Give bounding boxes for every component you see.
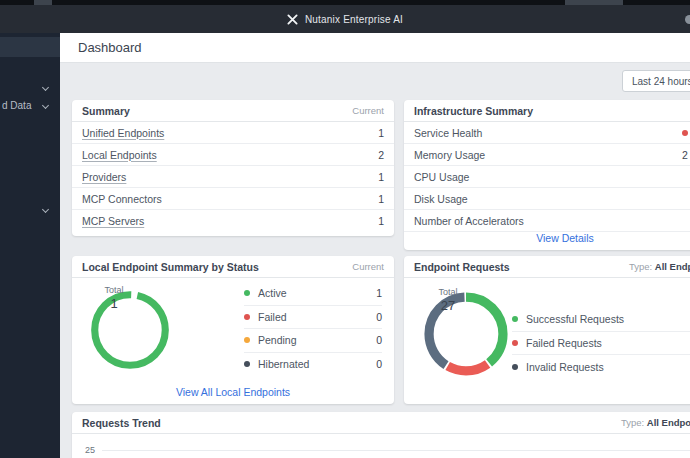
health-status-dot [682,130,688,136]
sidebar: d Data [0,33,60,458]
legend-item-failed-requests: Failed Requests [512,332,690,356]
gridline-25: 25 [80,444,690,456]
link-row: View Details [404,232,690,244]
mcp-servers-link[interactable]: MCP Servers [82,215,144,227]
cpu-usage-label: CPU Usage [414,171,469,183]
legend-dot [512,340,518,346]
status-legend: Active 1 Failed 0 Pending 0 Hibernated 0 [244,282,382,376]
summary-card-header: Summary Current [72,100,394,122]
legend-item-failed: Failed 0 [244,306,382,330]
endpoint-requests-card: Endpoint Requests Type: All Endpoints To… [404,256,690,404]
memory-usage-label: Memory Usage [414,149,485,161]
summary-card: Summary Current Unified Endpoints 1 Loca… [72,100,394,236]
sidebar-item-data[interactable]: d Data [0,96,60,114]
chevron-down-icon [42,83,49,90]
service-health-label: Service Health [414,127,482,139]
table-row: Unified Endpoints 1 [72,122,394,144]
endpoint-status-card: Local Endpoint Summary by Status Current… [72,256,394,404]
providers-link[interactable]: Providers [82,171,126,183]
row-value: 1 [378,193,384,205]
legend-item-pending: Pending 0 [244,329,382,353]
brand-title: Nutanix Enterprise AI [305,14,403,25]
column-header-current: Current [352,105,384,116]
requests-trend-card: Requests Trend Type: All Endpoints 25 20 [72,412,690,458]
table-row: CPU Usage [404,166,690,188]
table-row: Number of Accelerators [404,210,690,232]
sidebar-item-1[interactable] [0,78,60,96]
card-title: Summary [82,105,130,117]
page-title: Dashboard [78,40,142,55]
brand: Nutanix Enterprise AI [287,14,403,25]
card-title: Requests Trend [82,417,161,429]
y-axis-tick: 25 [80,445,95,455]
legend-dot [244,314,250,320]
row-value: 1 [378,171,384,183]
requests-legend: Successful Requests Failed Requests Inva… [512,308,690,379]
table-row: Providers 1 [72,166,394,188]
table-row: Memory Usage 2 [404,144,690,166]
mcp-connectors-label: MCP Connectors [82,193,162,205]
infra-card-header: Infrastructure Summary [404,100,690,122]
local-endpoints-link[interactable]: Local Endpoints [82,149,157,161]
type-filter: Type: All Endpoints [621,417,690,428]
table-row: MCP Connectors 1 [72,188,394,210]
type-filter: Type: All Endpoints [629,261,690,272]
link-row: View All Local Endpoints [72,386,394,398]
column-header-current: Current [352,261,384,272]
legend-dot [512,364,518,370]
trend-card-header: Requests Trend Type: All Endpoints [72,412,690,434]
legend-dot [512,316,518,322]
disk-usage-label: Disk Usage [414,193,468,205]
legend-item-successful: Successful Requests [512,308,690,332]
row-value: 2 [378,149,384,161]
status-card-header: Local Endpoint Summary by Status Current [72,256,394,278]
content: Dashboard Last 24 hours Summary Current … [60,33,690,458]
nutanix-logo-icon [287,14,298,25]
card-title: Local Endpoint Summary by Status [82,261,259,273]
table-row: MCP Servers 1 [72,210,394,232]
accelerators-label: Number of Accelerators [414,215,524,227]
sidebar-item-active[interactable] [0,37,60,57]
row-value: 1 [378,215,384,227]
card-title: Endpoint Requests [414,261,510,273]
topbar: Nutanix Enterprise AI [0,5,690,33]
chevron-down-icon [42,101,49,108]
user-menu-icon[interactable] [685,15,690,24]
view-all-local-endpoints-link[interactable]: View All Local Endpoints [72,386,394,398]
table-row: Disk Usage [404,188,690,210]
memory-usage-value: 2 [682,149,688,161]
sidebar-item-3[interactable] [0,200,60,218]
time-filter-dropdown[interactable]: Last 24 hours [622,70,690,92]
unified-endpoints-link[interactable]: Unified Endpoints [82,127,164,139]
page-header: Dashboard [60,33,690,63]
table-row: Service Health [404,122,690,144]
sidebar-item-label: d Data [0,100,31,111]
requests-donut-chart [422,290,510,378]
status-donut-chart [88,288,172,372]
view-details-link[interactable]: View Details [404,232,690,244]
legend-item-active: Active 1 [244,282,382,306]
legend-item-hibernated: Hibernated 0 [244,353,382,377]
row-value: 1 [378,127,384,139]
card-title: Infrastructure Summary [414,105,533,117]
legend-dot [244,361,250,367]
legend-item-invalid-requests: Invalid Requests [512,355,690,379]
table-row: Local Endpoints 2 [72,144,394,166]
infrastructure-summary-card: Infrastructure Summary Service Health Me… [404,100,690,250]
requests-card-header: Endpoint Requests Type: All Endpoints [404,256,690,278]
legend-dot [244,337,250,343]
legend-dot [244,290,250,296]
time-filter-value: Last 24 hours [632,76,690,87]
app-window: Nutanix Enterprise AI d Data Dashboard L… [0,0,690,458]
chevron-down-icon [42,205,49,212]
